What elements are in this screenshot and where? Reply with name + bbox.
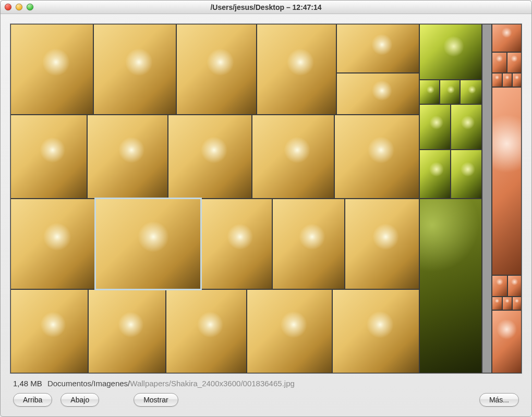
window-title: /Users/jesus/Desktop – 12:47:14	[1, 3, 531, 11]
treemap-block[interactable]	[419, 150, 451, 199]
treemap-block[interactable]	[451, 150, 482, 199]
block-fill	[420, 80, 439, 104]
treemap-block[interactable]	[492, 297, 502, 311]
block-fill	[333, 290, 419, 373]
selected-size: 1,48 MB	[13, 379, 42, 388]
treemap-block[interactable]	[176, 24, 257, 115]
block-fill	[461, 80, 481, 104]
treemap-block[interactable]	[492, 310, 522, 373]
window-controls	[5, 4, 33, 10]
up-button[interactable]: Arriba	[13, 393, 52, 407]
block-fill	[492, 88, 521, 275]
block-fill	[508, 276, 521, 296]
block-fill	[166, 290, 246, 373]
treemap-block[interactable]	[492, 73, 502, 87]
block-fill	[503, 297, 512, 310]
treemap-block[interactable]	[93, 24, 176, 115]
treemap-block[interactable]	[10, 115, 87, 199]
block-fill	[337, 73, 419, 114]
block-fill	[492, 24, 521, 52]
app-window: /Users/jesus/Desktop – 12:47:14 1,48 MB …	[0, 0, 532, 417]
treemap-block[interactable]	[419, 199, 482, 373]
block-fill	[11, 290, 88, 373]
status-bar: 1,48 MB Documentos/Imagenes/Wallpapers/S…	[10, 374, 522, 391]
block-fill	[11, 24, 93, 114]
block-fill	[492, 53, 506, 72]
treemap-block[interactable]	[492, 52, 506, 73]
path-plain: Documentos/Imagenes/	[47, 379, 130, 388]
block-fill	[88, 115, 167, 198]
treemap-block[interactable]	[492, 275, 507, 296]
treemap-block[interactable]	[502, 297, 513, 311]
block-fill	[337, 24, 419, 72]
block-fill	[420, 24, 481, 79]
down-button[interactable]: Abajo	[61, 393, 99, 407]
block-fill	[252, 115, 334, 198]
treemap-block[interactable]	[332, 289, 419, 373]
treemap-block[interactable]	[507, 275, 522, 296]
block-fill	[440, 80, 460, 104]
selected-path: Documentos/Imagenes/Wallpapers/Shakira_2…	[47, 379, 295, 388]
treemap-block[interactable]	[334, 115, 419, 199]
more-button[interactable]: Más...	[479, 393, 519, 407]
block-fill	[482, 24, 492, 373]
block-fill	[345, 199, 419, 289]
treemap-block[interactable]	[440, 80, 460, 104]
treemap-block[interactable]	[419, 80, 440, 104]
treemap-block[interactable]	[247, 289, 333, 373]
block-fill	[451, 150, 481, 198]
treemap-block[interactable]	[419, 24, 482, 80]
block-fill	[177, 24, 257, 114]
block-fill	[492, 297, 502, 310]
show-button[interactable]: Mostrar	[134, 393, 178, 407]
block-fill	[420, 199, 481, 373]
treemap-block[interactable]	[10, 199, 95, 289]
close-icon[interactable]	[5, 4, 11, 10]
titlebar[interactable]: /Users/jesus/Desktop – 12:47:14	[1, 1, 531, 14]
treemap-view[interactable]	[10, 23, 522, 374]
block-fill	[420, 105, 450, 149]
treemap-block[interactable]	[10, 24, 93, 115]
treemap-block[interactable]	[492, 87, 522, 276]
treemap-block[interactable]	[87, 115, 168, 199]
block-fill	[451, 105, 481, 149]
treemap-block[interactable]	[512, 297, 522, 311]
block-fill	[507, 53, 521, 72]
block-fill	[247, 290, 332, 373]
block-fill	[513, 73, 521, 87]
zoom-icon[interactable]	[27, 4, 33, 10]
treemap-block[interactable]	[482, 24, 492, 373]
treemap-block[interactable]	[10, 289, 88, 373]
minimize-icon[interactable]	[16, 4, 22, 10]
treemap-block[interactable]	[88, 289, 166, 373]
block-fill	[513, 297, 521, 310]
content-area: 1,48 MB Documentos/Imagenes/Wallpapers/S…	[1, 14, 531, 416]
path-dim: Wallpapers/Shakira_2400x3600/001836465.j…	[130, 379, 295, 388]
block-fill	[94, 24, 176, 114]
treemap-block[interactable]	[95, 199, 201, 289]
treemap-block[interactable]	[345, 199, 419, 289]
block-fill	[492, 73, 502, 87]
treemap-block[interactable]	[336, 73, 419, 115]
treemap-block[interactable]	[272, 199, 345, 289]
treemap-block[interactable]	[419, 104, 451, 150]
block-fill	[420, 150, 450, 198]
treemap-block[interactable]	[166, 289, 247, 373]
treemap-block[interactable]	[502, 73, 513, 87]
block-fill	[503, 73, 512, 87]
block-fill	[492, 276, 506, 296]
treemap-block[interactable]	[336, 24, 419, 73]
treemap-block[interactable]	[168, 115, 252, 199]
block-fill	[492, 311, 521, 373]
block-fill	[11, 199, 95, 289]
treemap-block[interactable]	[460, 80, 481, 104]
treemap-block[interactable]	[512, 73, 522, 87]
treemap-block[interactable]	[252, 115, 335, 199]
treemap-block[interactable]	[492, 24, 522, 52]
treemap-block[interactable]	[201, 199, 272, 289]
treemap-block[interactable]	[507, 52, 522, 73]
treemap-block[interactable]	[451, 104, 482, 150]
treemap-block[interactable]	[257, 24, 336, 115]
block-fill	[11, 115, 87, 198]
block-fill	[257, 24, 336, 114]
